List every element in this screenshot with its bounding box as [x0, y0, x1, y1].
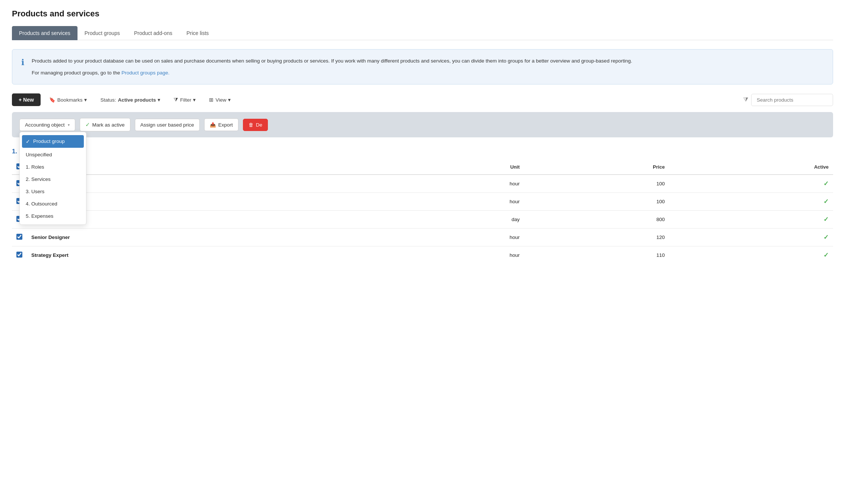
info-text-line2: For managing product groups, go to the P…: [32, 69, 632, 77]
dropdown-item-product-group[interactable]: ✓ Product group: [22, 135, 84, 148]
info-text: Products added to your product database …: [32, 57, 632, 77]
table-body: Copywriter hour 100 ✓ Project Manager ho…: [12, 175, 833, 264]
view-button[interactable]: ⊞ View ▾: [204, 94, 235, 106]
tabs-bar: Products and services Product groups Pro…: [12, 26, 833, 40]
status-caret: ▾: [158, 97, 160, 103]
search-input[interactable]: [751, 94, 833, 106]
tab-price-lists[interactable]: Price lists: [179, 26, 216, 40]
row-checkbox[interactable]: [16, 234, 22, 240]
info-box: ℹ Products added to your product databas…: [12, 49, 833, 84]
row-price: 120: [524, 229, 669, 246]
search-filter-icon: ⧩: [743, 96, 748, 103]
table-row: Strategy Expert hour 110 ✓: [12, 246, 833, 264]
check-icon: ✓: [26, 138, 30, 144]
selection-area: Accounting object ▾ ✓ Product group Unsp…: [12, 112, 833, 137]
row-unit: hour: [392, 246, 524, 264]
dropdown-item-1-roles[interactable]: 1. Roles: [20, 161, 86, 173]
dropdown-item-3-users[interactable]: 3. Users: [20, 185, 86, 198]
accounting-caret-icon: ▾: [68, 123, 70, 127]
info-icon: ℹ: [21, 58, 24, 67]
mark-active-button[interactable]: ✓ Mark as active: [80, 118, 130, 131]
delete-button[interactable]: 🗑 De: [243, 119, 268, 131]
dropdown-item-2-services[interactable]: 2. Services: [20, 173, 86, 185]
dropdown-item-unspecified[interactable]: Unspecified: [20, 149, 86, 161]
row-active: ✓: [669, 193, 833, 211]
row-active: ✓: [669, 246, 833, 264]
products-table: Product name Unit Price Active Copywrite…: [12, 160, 833, 264]
tab-product-groups[interactable]: Product groups: [77, 26, 127, 40]
filter-caret: ▾: [193, 97, 196, 103]
filter-button[interactable]: ⧩ Filter ▾: [169, 94, 200, 106]
view-caret: ▾: [228, 97, 231, 103]
export-button[interactable]: 📤 Export: [204, 118, 238, 131]
status-button[interactable]: Status: Active products ▾: [95, 94, 165, 106]
view-icon: ⊞: [209, 97, 213, 103]
search-area: ⧩: [743, 94, 833, 106]
col-active: Active: [669, 160, 833, 175]
row-active: ✓: [669, 211, 833, 229]
toolbar: + New 🔖 Bookmarks ▾ Status: Active produ…: [12, 93, 833, 106]
dropdown-item-4-outsourced[interactable]: 4. Outsourced: [20, 198, 86, 210]
bookmarks-caret: ▾: [84, 97, 87, 103]
table-row: Senior Designer hour 120 ✓: [12, 229, 833, 246]
bookmark-icon: 🔖: [49, 97, 56, 103]
accounting-object-dropdown-wrapper: Accounting object ▾ ✓ Product group Unsp…: [19, 119, 75, 131]
new-button[interactable]: + New: [12, 93, 41, 106]
tab-product-addons[interactable]: Product add-ons: [127, 26, 180, 40]
row-active: ✓: [669, 175, 833, 193]
export-icon: 📤: [210, 122, 216, 128]
row-unit: hour: [392, 193, 524, 211]
product-groups-link[interactable]: Product groups page.: [121, 70, 170, 76]
row-unit: hour: [392, 175, 524, 193]
row-product-name[interactable]: Strategy Expert: [27, 246, 392, 264]
row-checkbox-cell: [12, 229, 27, 246]
row-unit: hour: [392, 229, 524, 246]
bookmarks-button[interactable]: 🔖 Bookmarks ▾: [44, 94, 92, 106]
selection-row: Accounting object ▾ ✓ Product group Unsp…: [19, 118, 826, 131]
tab-products-services[interactable]: Products and services: [12, 26, 77, 40]
delete-icon: 🗑: [249, 122, 254, 128]
active-check-icon: ✓: [823, 234, 829, 241]
active-check-icon: ✓: [823, 198, 829, 205]
table-row: Project Manager hour 100 ✓: [12, 193, 833, 211]
filter-icon: ⧩: [174, 97, 178, 103]
page-title: Products and services: [12, 9, 833, 19]
dropdown-item-5-expenses[interactable]: 5. Expenses: [20, 210, 86, 222]
active-check-icon: ✓: [823, 216, 829, 223]
active-check-icon: ✓: [823, 180, 829, 187]
col-unit: Unit: [392, 160, 524, 175]
assign-price-button[interactable]: Assign user based price: [135, 119, 200, 131]
active-check-icon: ✓: [823, 252, 829, 259]
accounting-object-dropdown[interactable]: Accounting object ▾: [19, 119, 75, 131]
table-row: Senior Consultant day 800 ✓: [12, 211, 833, 229]
row-checkbox-cell: [12, 246, 27, 264]
info-text-line1: Products added to your product database …: [32, 57, 632, 65]
dropdown-menu: ✓ Product group Unspecified 1. Roles 2. …: [19, 132, 86, 225]
row-checkbox[interactable]: [16, 252, 22, 258]
row-active: ✓: [669, 229, 833, 246]
row-price: 100: [524, 193, 669, 211]
col-price: Price: [524, 160, 669, 175]
row-price: 100: [524, 175, 669, 193]
row-price: 110: [524, 246, 669, 264]
row-price: 800: [524, 211, 669, 229]
row-product-name[interactable]: Senior Designer: [27, 229, 392, 246]
mark-active-check-icon: ✓: [85, 121, 90, 128]
row-unit: day: [392, 211, 524, 229]
table-row: Copywriter hour 100 ✓: [12, 175, 833, 193]
group1-header: 1. Roles: [12, 148, 833, 155]
